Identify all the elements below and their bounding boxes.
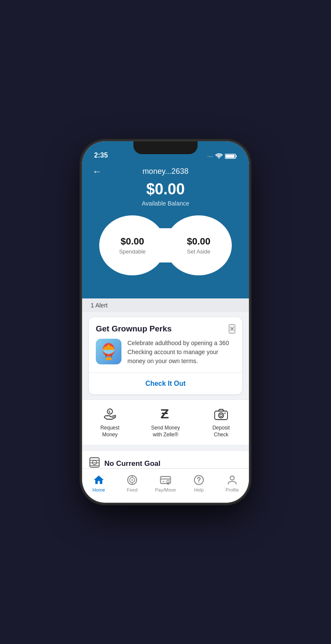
status-icons: ····: [207, 153, 237, 159]
zelle-icon: Ƶ: [160, 407, 171, 421]
svg-rect-11: [215, 411, 228, 420]
deposit-check-action[interactable]: DepositCheck: [193, 407, 249, 438]
target-svg: [89, 457, 100, 468]
set-aside-circle: $0.00 Set Aside: [166, 215, 232, 275]
nav-label-help: Help: [194, 487, 204, 492]
feed-nav-icon: [126, 474, 138, 486]
svg-point-34: [167, 480, 169, 483]
zelle-svg: Ƶ: [160, 407, 171, 421]
send-zelle-action[interactable]: Ƶ Send Moneywith Zelle®: [138, 407, 193, 438]
request-money-label: RequestMoney: [100, 425, 120, 438]
camera-svg: [214, 408, 228, 420]
svg-point-14: [225, 413, 226, 414]
spendable-circle: $0.00 Spendable: [99, 215, 166, 275]
account-name: money...2638: [142, 167, 189, 176]
set-aside-label: Set Aside: [187, 248, 210, 255]
infinity-shape: $0.00 Spendable $0.00 Set Aside: [99, 215, 232, 275]
battery-icon: [225, 153, 237, 159]
svg-rect-2: [236, 155, 237, 157]
home-nav-icon: [93, 474, 105, 486]
help-nav-icon: [193, 474, 205, 486]
svg-point-19: [92, 460, 97, 465]
perks-title: Get Grownup Perks: [96, 324, 171, 334]
spendable-label: Spendable: [119, 248, 145, 255]
set-aside-amount: $0.00: [187, 236, 210, 247]
status-time: 2:35: [94, 152, 108, 159]
svg-point-12: [219, 413, 224, 418]
nav-label-paymove: Pay/Move: [155, 487, 176, 492]
balance-label: Available Balance: [92, 200, 239, 207]
header-nav: ← money...2638: [92, 167, 239, 176]
perks-card-body: Celebrate adulthood by opening a 360 Che…: [89, 339, 242, 373]
nav-label-home: Home: [92, 487, 105, 492]
hand-coin-svg: $: [103, 408, 116, 420]
balance-amount: $0.00: [92, 180, 239, 198]
send-zelle-label: Send Moneywith Zelle®: [151, 425, 180, 438]
perks-description: Celebrate adulthood by opening a 360 Che…: [127, 339, 235, 366]
check-it-out-button[interactable]: Check It Out: [89, 373, 242, 394]
request-money-action[interactable]: $ RequestMoney: [82, 407, 138, 438]
perks-card-header: Get Grownup Perks ×: [89, 317, 242, 339]
request-money-icon: $: [103, 407, 116, 421]
nav-item-home[interactable]: Home: [82, 472, 115, 494]
nav-item-paymove[interactable]: Pay/Move: [149, 472, 182, 494]
bottom-nav: Home Feed: [82, 468, 249, 503]
balance-circles-container: $0.00 Spendable $0.00 Set Aside: [92, 215, 239, 286]
wifi-icon: [215, 153, 223, 159]
nav-item-profile[interactable]: Profile: [216, 472, 249, 494]
svg-point-37: [230, 476, 234, 480]
nav-item-help[interactable]: Help: [182, 472, 216, 494]
profile-nav-icon: [226, 474, 238, 486]
svg-point-36: [198, 482, 199, 483]
actions-row: $ RequestMoney Ƶ Send Moneywith Zell: [82, 400, 249, 445]
svg-text:$: $: [109, 410, 110, 414]
perks-illustration-icon: [96, 339, 121, 364]
paymove-nav-icon: [160, 474, 171, 486]
camera-icon: [214, 407, 228, 421]
nav-label-profile: Profile: [225, 487, 239, 492]
spendable-amount: $0.00: [121, 236, 144, 247]
perks-close-button[interactable]: ×: [229, 324, 235, 334]
notch: [133, 141, 198, 154]
svg-rect-1: [226, 155, 235, 158]
svg-text:Ƶ: Ƶ: [160, 408, 169, 421]
header: ← money...2638 $0.00 Available Balance $…: [82, 162, 249, 298]
balloon-svg: [99, 342, 118, 361]
alert-bar: 1 Alert: [82, 298, 249, 312]
nav-label-feed: Feed: [127, 487, 137, 492]
phone-frame: 2:35 ···· ← money...2638 $0.00 Available: [82, 141, 249, 503]
phone-screen: 2:35 ···· ← money...2638 $0.00 Available: [82, 141, 249, 503]
alert-text: 1 Alert: [91, 302, 108, 309]
svg-point-7: [108, 345, 109, 346]
perks-card: Get Grownup Perks ×: [89, 317, 242, 394]
nav-item-feed[interactable]: Feed: [115, 472, 149, 494]
svg-point-28: [131, 479, 133, 481]
svg-rect-6: [106, 358, 112, 360]
signal-dots-icon: ····: [207, 153, 213, 159]
deposit-check-label: DepositCheck: [213, 425, 230, 438]
svg-point-13: [220, 414, 222, 417]
back-button[interactable]: ←: [92, 166, 102, 177]
goal-title: No Current Goal: [104, 459, 160, 468]
